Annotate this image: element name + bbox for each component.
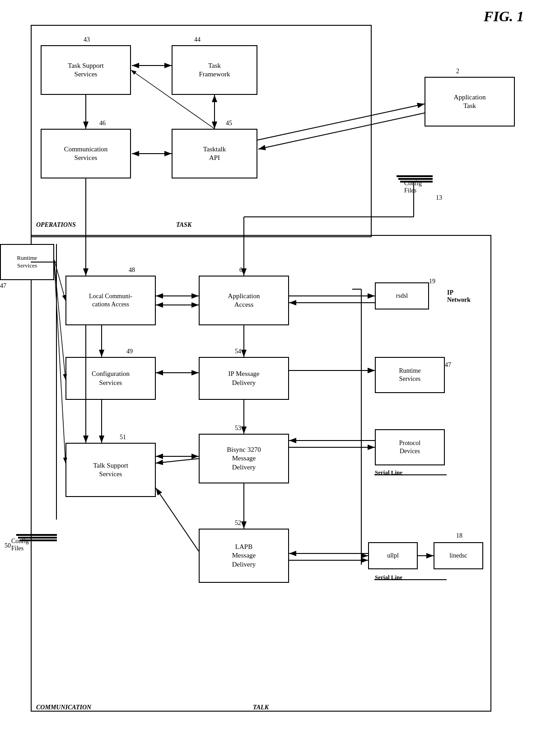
- lapb-msg-num: 52: [235, 520, 241, 527]
- communication-services-label: CommunicationServices: [64, 145, 108, 163]
- runtime-services-right-label: RuntimeServices: [399, 367, 420, 383]
- talk-support-services-box: Talk SupportServices: [65, 443, 156, 497]
- task-support-num: 43: [84, 36, 90, 43]
- application-access-num: 6: [239, 267, 243, 274]
- ip-message-delivery-box: IP MessageDelivery: [199, 357, 289, 400]
- communication-services-num: 46: [99, 120, 106, 127]
- task-framework-num: 44: [194, 36, 201, 43]
- config-files-top-num: 13: [436, 194, 442, 202]
- config-files-bottom-num: 50: [5, 542, 11, 549]
- tasktalk-api-num: 45: [226, 120, 232, 127]
- talk-support-services-label: Talk SupportServices: [93, 461, 128, 479]
- config-services-label: ConfigurationServices: [92, 370, 130, 387]
- local-comm-access-num: 48: [129, 267, 135, 274]
- tasktalk-api-label: TasktalkAPI: [203, 145, 226, 163]
- lapb-msg-label: LAPBMessageDelivery: [232, 543, 256, 569]
- application-task-label: ApplicationTask: [454, 93, 486, 111]
- linedsc-num: 18: [456, 532, 462, 539]
- ullpl-box: ullpl: [368, 542, 418, 569]
- lapb-msg-box: LAPBMessageDelivery: [199, 529, 289, 583]
- ip-message-delivery-num: 54: [235, 348, 241, 355]
- ullpl-label: ullpl: [387, 552, 399, 560]
- bisync-msg-num: 53: [235, 425, 241, 432]
- application-access-label: ApplicationAccess: [228, 292, 260, 309]
- operations-label: OPERATIONS: [36, 221, 76, 229]
- communication-label: COMMUNICATION: [36, 704, 91, 711]
- local-comm-access-label: Local Communi-cations Access: [89, 292, 132, 309]
- task-label: TASK: [176, 221, 191, 229]
- task-framework-label: TaskFramework: [199, 61, 230, 79]
- task-framework-box: TaskFramework: [172, 45, 257, 95]
- tasktalk-api-box: TasktalkAPI: [172, 129, 257, 178]
- page-title: FIG. 1: [484, 8, 524, 25]
- runtime-services-left-box: RuntimeServices: [0, 244, 54, 280]
- runtime-services-left-num: 47: [0, 282, 6, 290]
- rsdsl-box: rsdsl: [375, 282, 429, 309]
- task-support-label: Task SupportServices: [68, 61, 103, 79]
- bisync-msg-box: Bisync 3270MessageDelivery: [199, 434, 289, 483]
- talk-support-services-num: 51: [120, 434, 126, 441]
- runtime-services-right-box: RuntimeServices: [375, 357, 445, 393]
- application-task-box: ApplicationTask: [425, 77, 515, 127]
- communication-services-box: CommunicationServices: [41, 129, 131, 178]
- task-support-box: Task SupportServices: [41, 45, 131, 95]
- application-task-num: 2: [456, 68, 459, 75]
- ip-message-delivery-label: IP MessageDelivery: [228, 370, 259, 387]
- runtime-services-right-num: 47: [445, 361, 451, 369]
- talk-label: TALK: [253, 704, 269, 711]
- ip-network-label: IPNetwork: [447, 289, 471, 304]
- local-comm-access-box: Local Communi-cations Access: [65, 276, 156, 325]
- bisync-msg-label: Bisync 3270MessageDelivery: [227, 445, 261, 472]
- protocol-devices-box: ProtocolDevices: [375, 429, 445, 465]
- linedsc-label: linedsc: [449, 552, 467, 560]
- config-services-num: 49: [126, 348, 133, 355]
- application-access-box: ApplicationAccess: [199, 276, 289, 325]
- protocol-devices-label: ProtocolDevices: [399, 439, 420, 455]
- linedsc-box: linedsc: [434, 542, 483, 569]
- runtime-services-left-label: RuntimeServices: [17, 254, 37, 270]
- rsdsl-num: 19: [429, 278, 435, 285]
- rsdsl-label: rsdsl: [396, 292, 408, 300]
- config-services-box: ConfigurationServices: [65, 357, 156, 400]
